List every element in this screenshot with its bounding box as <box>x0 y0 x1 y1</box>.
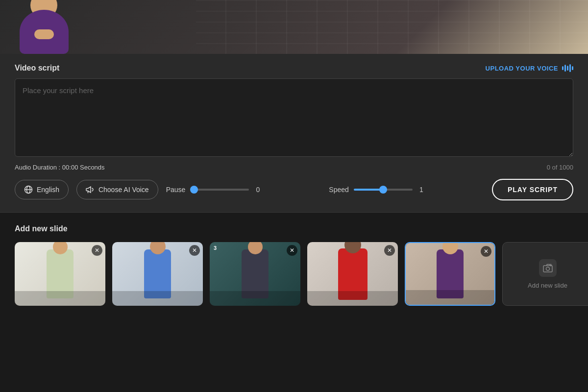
svg-point-4 <box>546 267 549 270</box>
pause-value: 0 <box>254 186 262 194</box>
choose-voice-label: Choose AI Voice <box>98 186 149 194</box>
slide-item-4[interactable]: ✕ <box>307 242 398 306</box>
slide-item-5[interactable]: ✕ <box>405 242 495 306</box>
play-script-label: PLAY SCRIPT <box>508 186 558 194</box>
svg-rect-3 <box>543 266 552 272</box>
megaphone-icon <box>86 185 95 194</box>
slide-bg-1 <box>15 291 105 306</box>
video-preview-area <box>0 0 588 54</box>
camera-plus-icon <box>542 263 553 273</box>
add-slide-icon <box>539 259 557 277</box>
waveform-bar-1 <box>562 66 564 70</box>
avatar-hands <box>34 29 54 39</box>
slide-item-2[interactable]: ✕ <box>112 242 203 306</box>
pause-slider[interactable] <box>190 189 249 191</box>
script-header: Video script UPLOAD YOUR VOICE <box>15 64 573 73</box>
script-footer: Audio Duration : 00:00 Seconds 0 of 1000 <box>15 164 573 171</box>
script-textarea[interactable] <box>15 78 573 157</box>
speed-label: Speed <box>329 186 348 194</box>
script-title: Video script <box>15 64 59 73</box>
slide-bg-5 <box>406 290 494 305</box>
slide-bg-2 <box>112 291 203 306</box>
slide-close-1[interactable]: ✕ <box>92 245 102 256</box>
speed-slider-group: Speed 1 <box>329 186 484 194</box>
waveform-bar-4 <box>569 64 571 72</box>
slide-close-3[interactable]: ✕ <box>287 245 297 256</box>
controls-row: English Choose AI Voice Pause 0 Speed 1 … <box>15 179 573 202</box>
waveform-bar-2 <box>564 65 566 72</box>
script-section: Video script UPLOAD YOUR VOICE Audio Dur… <box>0 54 588 213</box>
char-count: 0 of 1000 <box>547 164 573 171</box>
slide-bg-4 <box>307 291 398 306</box>
slide-item-1[interactable]: ✕ <box>15 242 105 306</box>
language-button[interactable]: English <box>15 180 69 199</box>
slides-title: Add new slide <box>15 224 573 233</box>
speed-value: 1 <box>417 186 425 194</box>
pause-label: Pause <box>166 186 186 194</box>
slide-item-3[interactable]: 3 ✕ <box>210 242 300 306</box>
language-label: English <box>37 186 59 194</box>
upload-voice-label: UPLOAD YOUR VOICE <box>486 65 558 72</box>
audio-duration: Audio Duration : 00:00 Seconds <box>15 164 105 171</box>
globe-icon <box>24 185 33 194</box>
video-background-pattern <box>196 0 588 54</box>
add-new-slide-card[interactable]: Add new slide <box>502 242 588 306</box>
slides-section: Add new slide ✕ ✕ 3 ✕ <box>0 213 588 318</box>
add-slide-label: Add new slide <box>528 282 567 289</box>
slide-close-2[interactable]: ✕ <box>189 245 200 256</box>
choose-ai-voice-button[interactable]: Choose AI Voice <box>76 180 158 199</box>
upload-voice-button[interactable]: UPLOAD YOUR VOICE <box>486 64 573 72</box>
speed-slider[interactable] <box>354 189 413 191</box>
slide-number-3: 3 <box>214 245 217 251</box>
waveform-bar-3 <box>567 66 568 71</box>
waveform-icon <box>562 64 573 72</box>
avatar-figure <box>5 0 83 54</box>
slide-bg-3 <box>210 291 300 306</box>
slides-grid: ✕ ✕ 3 ✕ ✕ <box>15 242 573 306</box>
slide-close-5[interactable]: ✕ <box>481 246 491 257</box>
pause-slider-group: Pause 0 <box>166 186 321 194</box>
play-script-button[interactable]: PLAY SCRIPT <box>492 179 573 200</box>
slide-close-4[interactable]: ✕ <box>384 245 395 256</box>
waveform-bar-5 <box>572 66 573 70</box>
